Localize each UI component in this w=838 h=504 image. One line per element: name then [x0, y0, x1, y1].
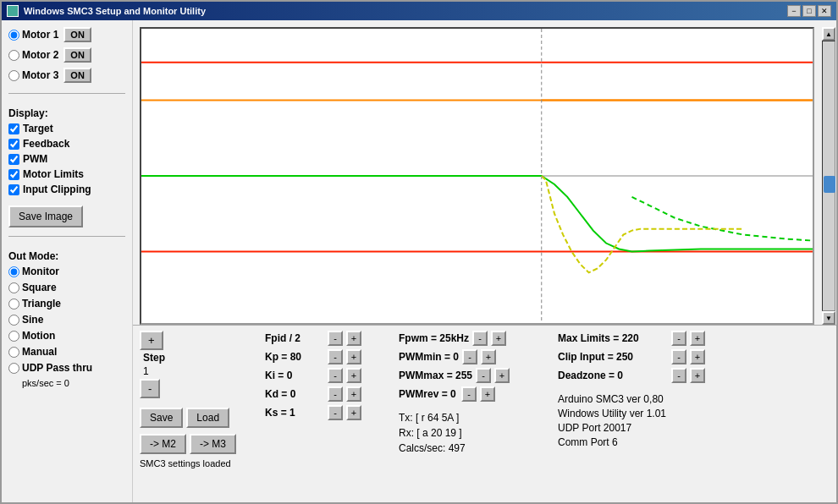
close-button[interactable]: ✕ [818, 5, 831, 17]
kd-minus-button[interactable]: - [328, 386, 343, 402]
mode-udp-radio[interactable] [8, 363, 19, 374]
ks-plus-button[interactable]: + [346, 405, 361, 420]
motor-1-on-button[interactable]: ON [63, 27, 91, 42]
mode-manual-label: Manual [22, 346, 57, 358]
mode-sine-row: Sine [8, 314, 125, 326]
fpid-label: Fpid / 2 [265, 332, 324, 344]
kp-plus-button[interactable]: + [346, 349, 361, 364]
fpwm-plus-button[interactable]: + [491, 331, 506, 346]
mode-sine-label: Sine [22, 314, 43, 326]
limits-section: Max Limits = 220 - + Clip Input = 250 - … [558, 331, 727, 497]
ks-minus-button[interactable]: - [328, 405, 343, 420]
motor-1-row: Motor 1 ON [8, 27, 125, 42]
pwmmax-row: PWMmax = 255 - + [399, 368, 551, 383]
step-minus-button[interactable]: - [140, 379, 160, 398]
mode-triangle-radio[interactable] [8, 299, 19, 310]
mode-triangle-row: Triangle [8, 298, 125, 310]
pwmmax-plus-button[interactable]: + [494, 368, 510, 383]
maxlimits-plus-button[interactable]: + [690, 331, 705, 346]
ks-row: Ks = 1 - + [265, 405, 392, 420]
m3-button[interactable]: -> M3 [190, 434, 236, 454]
motor-2-text: Motor 2 [22, 49, 58, 61]
maximize-button[interactable]: □ [802, 5, 816, 17]
pwm-row: PWM [8, 153, 125, 165]
save-image-button[interactable]: Save Image [8, 205, 83, 227]
scroll-track[interactable] [822, 41, 835, 311]
motor-2-row: Motor 2 ON [8, 47, 125, 63]
deadzone-row: Deadzone = 0 - + [558, 368, 727, 383]
main-window: Windows SMC3 Setup and Monitor Utility −… [0, 0, 838, 504]
pwmrev-plus-button[interactable]: + [480, 386, 495, 402]
kd-label: Kd = 0 [265, 388, 324, 400]
motor-3-radio[interactable] [8, 70, 19, 81]
motor-1-label[interactable]: Motor 1 [8, 29, 58, 41]
mode-motion-radio[interactable] [8, 331, 19, 342]
mode-monitor-radio[interactable] [8, 266, 19, 277]
ki-row: Ki = 0 - + [265, 368, 392, 383]
pwmmin-plus-button[interactable]: + [481, 349, 496, 364]
pid-section: Fpid / 2 - + Kp = 80 - + Ki = 0 - + [265, 331, 392, 497]
target-checkbox[interactable] [8, 123, 19, 134]
save-button[interactable]: Save [140, 408, 183, 428]
clipinput-plus-button[interactable]: + [690, 349, 705, 364]
bottom-panel: + Step 1 - Save Load -> M2 -> M3 SMC3 se… [133, 325, 836, 502]
motor-1-radio[interactable] [8, 30, 19, 41]
display-label: Display: [8, 107, 125, 119]
load-button[interactable]: Load [186, 408, 229, 428]
fpid-minus-button[interactable]: - [328, 331, 343, 346]
minimize-button[interactable]: − [787, 5, 801, 17]
scroll-down-button[interactable]: ▼ [822, 311, 835, 325]
pwmrev-row: PWMrev = 0 - + [399, 386, 551, 402]
pwmrev-minus-button[interactable]: - [461, 386, 477, 402]
step-label: Step [143, 352, 165, 364]
motor-2-on-button[interactable]: ON [63, 47, 91, 63]
pwmmin-row: PWMmin = 0 - + [399, 349, 551, 364]
fpwm-row: Fpwm = 25kHz - + [399, 331, 551, 346]
input-clipping-checkbox[interactable] [8, 184, 19, 195]
ki-plus-button[interactable]: + [346, 368, 361, 383]
pwmmin-minus-button[interactable]: - [462, 349, 477, 364]
kp-minus-button[interactable]: - [328, 349, 343, 364]
window-controls: − □ ✕ [787, 5, 831, 17]
step-plus-button[interactable]: + [140, 331, 163, 350]
mode-manual-radio[interactable] [8, 347, 19, 358]
pwm-label: PWM [23, 153, 47, 165]
divider-2 [8, 236, 125, 237]
bottom-left-section: + Step 1 - Save Load -> M2 -> M3 SMC3 se… [140, 331, 258, 497]
pwmmax-minus-button[interactable]: - [476, 368, 491, 383]
motor-3-row: Motor 3 ON [8, 68, 125, 83]
graph-area [140, 27, 814, 325]
fpid-plus-button[interactable]: + [346, 331, 361, 346]
maxlimits-minus-button[interactable]: - [671, 331, 686, 346]
maxlimits-row: Max Limits = 220 - + [558, 331, 727, 346]
kd-plus-button[interactable]: + [346, 386, 361, 402]
motor-limits-checkbox[interactable] [8, 169, 19, 180]
tx-rx-section: Tx: [ r 64 5A ] Rx: [ a 20 19 ] Calcs/se… [399, 412, 551, 454]
feedback-checkbox[interactable] [8, 139, 19, 150]
out-mode-label: Out Mode: [8, 250, 125, 262]
m2-button[interactable]: -> M2 [140, 434, 186, 454]
feedback-row: Feedback [8, 138, 125, 150]
fpwm-minus-button[interactable]: - [472, 331, 488, 346]
graph-scrollbar: ▲ ▼ [821, 27, 836, 325]
motor-2-radio[interactable] [8, 50, 19, 61]
title-bar: Windows SMC3 Setup and Monitor Utility −… [2, 2, 836, 20]
pwm-checkbox[interactable] [8, 154, 19, 165]
deadzone-minus-button[interactable]: - [671, 368, 686, 383]
motor-3-on-button[interactable]: ON [63, 68, 91, 83]
deadzone-plus-button[interactable]: + [690, 368, 705, 383]
windows-version: Windows Utility ver 1.01 [558, 408, 727, 419]
mode-sine-radio[interactable] [8, 315, 19, 326]
motor-2-label[interactable]: Motor 2 [8, 49, 58, 61]
ki-minus-button[interactable]: - [328, 368, 343, 383]
ki-label: Ki = 0 [265, 370, 324, 381]
motor-limits-label: Motor Limits [23, 168, 84, 180]
content-area: Motor 1 ON Motor 2 ON Motor 3 ON [2, 20, 836, 502]
scroll-thumb[interactable] [824, 176, 835, 193]
kp-label: Kp = 80 [265, 351, 324, 363]
scroll-up-button[interactable]: ▲ [822, 27, 835, 41]
mode-square-radio[interactable] [8, 282, 19, 293]
motor-limits-row: Motor Limits [8, 168, 125, 180]
motor-3-label[interactable]: Motor 3 [8, 69, 58, 81]
clipinput-minus-button[interactable]: - [671, 349, 686, 364]
